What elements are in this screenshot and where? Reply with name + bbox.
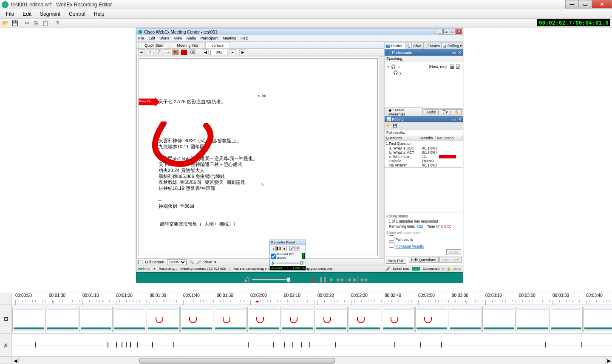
eraser-tool-icon[interactable]: ⌫ xyxy=(189,49,196,55)
view-menu[interactable]: View xyxy=(204,260,212,264)
raise-hand-icon[interactable]: ✋ xyxy=(452,109,462,115)
timeline-thumbnail[interactable] xyxy=(281,307,314,332)
webex-menu-participant[interactable]: Participant xyxy=(200,36,218,40)
webex-maximize-button[interactable]: □ xyxy=(450,29,456,34)
whiteboard-scrollbar[interactable] xyxy=(379,56,384,258)
timeline-thumbnail[interactable] xyxy=(348,307,381,332)
volume-icon[interactable]: 🔊 xyxy=(244,277,250,283)
video-icon[interactable]: 📹 xyxy=(450,65,454,69)
prev-frame-button[interactable]: ◀◀ xyxy=(335,277,343,282)
help-icon[interactable]: ? xyxy=(54,20,61,27)
cut-icon[interactable]: ✂ xyxy=(23,20,31,27)
apply-button[interactable]: Apply xyxy=(446,249,461,255)
webex-menu-file[interactable]: File xyxy=(138,36,144,40)
timeline-thumbnail[interactable] xyxy=(583,307,612,332)
minimize-button[interactable]: — xyxy=(565,0,579,8)
timeline-thumbnail[interactable] xyxy=(180,307,213,332)
timeline-thumbnail[interactable] xyxy=(79,307,113,332)
webex-menu-share[interactable]: Share xyxy=(159,36,170,40)
next-frame-button[interactable]: ▶▶ xyxy=(361,277,368,282)
save-icon[interactable]: 💾 xyxy=(11,20,19,27)
page-number-input[interactable] xyxy=(210,50,227,55)
text-tool-icon[interactable]: T xyxy=(147,49,153,55)
playhead-cursor[interactable] xyxy=(257,293,257,356)
copy-icon[interactable]: ⎘ xyxy=(32,20,40,27)
audio-track[interactable] xyxy=(12,334,612,357)
record-pc-audio-checkbox[interactable] xyxy=(271,254,276,259)
share-individual-results-checkbox[interactable] xyxy=(389,242,394,248)
polling-close-icon[interactable]: ✕ xyxy=(458,117,462,121)
zoom-in-icon[interactable]: 🔎 xyxy=(196,260,201,264)
stop-button[interactable]: ■ xyxy=(330,277,333,282)
prev-page-icon[interactable]: ◀ xyxy=(202,49,209,55)
view-list-icon[interactable]: ☰▾ xyxy=(440,109,450,115)
tab-meeting-info[interactable]: Meeting Info xyxy=(171,42,205,48)
tab-participants[interactable]: 👥 Partici... xyxy=(385,42,406,49)
forward-button[interactable]: ▶| xyxy=(353,277,358,282)
recorder-header[interactable]: Recorder Panel xyxy=(270,240,306,245)
timeline-thumbnail[interactable] xyxy=(214,307,247,332)
poll-save-icon[interactable]: 💾 xyxy=(393,124,397,128)
timeline-ruler[interactable]: ▽ ▽ 00:00:5000:01:0000:01:1000:01:2000:0… xyxy=(12,293,612,305)
mute-icon[interactable]: 🎤 xyxy=(456,65,460,69)
polling-popout-icon[interactable]: ▭ xyxy=(452,117,456,121)
maximize-button[interactable]: ▭ xyxy=(578,0,592,8)
rect-tool-icon[interactable]: ▭ xyxy=(164,49,170,55)
timeline-thumbnail[interactable] xyxy=(550,307,583,332)
scroll-right-icon[interactable]: ▶ xyxy=(605,357,612,364)
recorder-settings-icon[interactable]: ⚙ xyxy=(295,246,300,251)
participants-popout-icon[interactable]: ▭ xyxy=(452,51,456,55)
video-track-icon[interactable]: 🎞 xyxy=(0,305,11,334)
participant-row[interactable]: ● 🎧 c (Host, me) 📹 🎤 xyxy=(386,64,461,70)
menu-edit[interactable]: Edit xyxy=(18,10,36,18)
pen-tool-icon[interactable]: ✎ xyxy=(172,49,179,55)
webex-minimize-button[interactable]: _ xyxy=(437,29,443,34)
open-poll-button[interactable]: Open Poll xyxy=(439,257,462,263)
tab-quick-start[interactable]: Quick Start xyxy=(138,42,170,48)
scroll-left-icon[interactable]: ◀ xyxy=(12,357,19,364)
menu-control[interactable]: Control xyxy=(65,10,90,18)
webex-menu-audio[interactable]: Audio xyxy=(186,36,196,40)
webex-close-button[interactable]: ✕ xyxy=(456,29,462,34)
tab-notes[interactable]: 📝 Notes xyxy=(423,42,441,49)
recorder-record-icon[interactable]: ● xyxy=(271,246,276,251)
timeline-thumbnail[interactable] xyxy=(46,307,79,332)
rewind-button[interactable]: |◀ xyxy=(346,277,351,282)
last-page-icon[interactable]: ▶ xyxy=(239,49,246,55)
menu-help[interactable]: Help xyxy=(90,10,109,18)
menu-segment[interactable]: Segment xyxy=(36,10,65,18)
pause-button[interactable]: ❚❚ xyxy=(319,277,327,282)
fullscreen-button[interactable]: Full Screen xyxy=(145,260,164,264)
timeline-scrollbar[interactable]: ◀ ▶ xyxy=(12,357,612,364)
webex-menu-meeting[interactable]: Meeting xyxy=(223,36,236,40)
zoom-select[interactable]: 131% xyxy=(167,259,187,265)
webex-restore-button[interactable]: ▭ xyxy=(443,29,449,34)
webex-menu-help[interactable]: Help xyxy=(241,36,249,40)
audio-button[interactable]: Audio xyxy=(424,109,439,115)
recorder-volume-slider[interactable] xyxy=(276,262,304,264)
timeline-thumbnail[interactable] xyxy=(415,307,448,332)
edit-questions-button[interactable]: Edit Questions xyxy=(409,257,439,263)
fullscreen-icon[interactable] xyxy=(138,260,142,264)
video-track[interactable] xyxy=(12,305,612,334)
play-button[interactable]: ▶ xyxy=(312,276,316,283)
timeline-tracks[interactable]: ▽ ▽ 00:00:5000:01:0000:01:1000:01:2000:0… xyxy=(12,293,612,364)
timeline-thumbnail[interactable] xyxy=(247,307,280,332)
whiteboard-area[interactable]: s.txt Wan Yip 天子七 27/28 凶獸之血/復仇者」 火雲邪神傳 … xyxy=(136,56,384,258)
line-tool-icon[interactable]: ╱ xyxy=(155,49,162,55)
participant-row[interactable]: 🎧 y xyxy=(386,70,461,76)
timeline-thumbnail[interactable] xyxy=(314,307,348,332)
webex-menu-view[interactable]: View xyxy=(174,36,182,40)
close-button[interactable]: ✕ xyxy=(592,0,612,8)
timeline-thumbnail[interactable] xyxy=(113,307,146,332)
menu-file[interactable]: File xyxy=(2,10,18,18)
participants-close-icon[interactable]: ✕ xyxy=(458,51,462,55)
poll-open-icon[interactable]: 📂 xyxy=(386,124,391,128)
pointer-tool-icon[interactable]: ➜ xyxy=(138,49,145,55)
volume-slider[interactable] xyxy=(252,279,290,280)
recorder-mic-icon[interactable]: 🎤 xyxy=(289,246,295,251)
audio-track-icon[interactable]: 🔊 xyxy=(0,334,11,357)
timeline-thumbnail[interactable] xyxy=(382,307,415,332)
next-page-icon[interactable]: ▸ xyxy=(229,49,236,55)
scroll-thumb[interactable] xyxy=(139,358,335,364)
